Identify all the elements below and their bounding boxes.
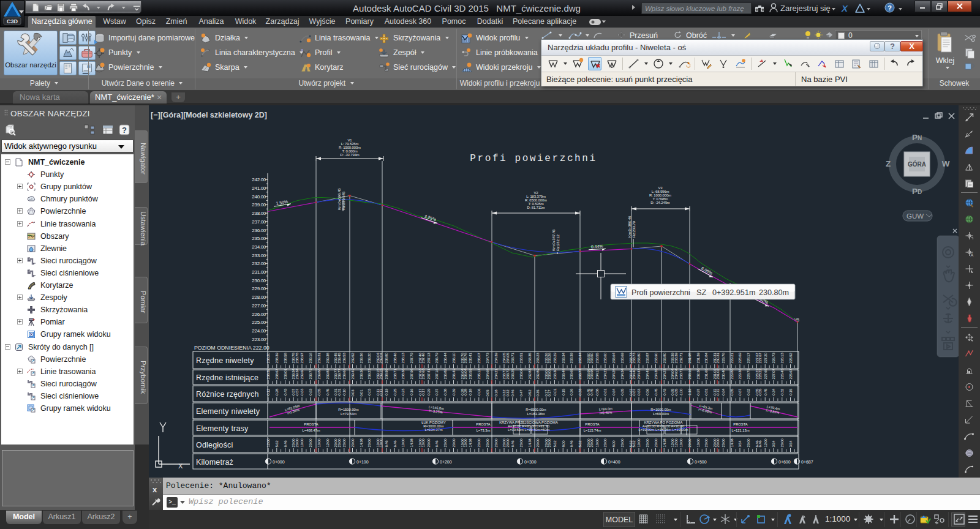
svg-text:0+600: 0+600 <box>778 460 791 464</box>
svg-text:-0.63: -0.63 <box>300 388 304 396</box>
svg-text:-0.63: -0.63 <box>636 388 641 396</box>
svg-text:226.13: 226.13 <box>780 353 784 364</box>
svg-text:PD: PD <box>912 187 922 196</box>
svg-text:238.97: 238.97 <box>300 353 304 364</box>
svg-text:233.26: 233.26 <box>547 353 551 364</box>
svg-text:20.00: 20.00 <box>337 438 341 448</box>
svg-text:12.00: 12.00 <box>266 438 270 448</box>
svg-text:ŁUK POZIOMY: ŁUK POZIOMY <box>421 421 446 424</box>
svg-text:Rzędne istniejące: Rzędne istniejące <box>196 373 258 382</box>
svg-text:20.00: 20.00 <box>704 438 708 448</box>
svg-text:237.13: 237.13 <box>426 353 431 364</box>
svg-text:239.36: 239.36 <box>359 353 363 364</box>
svg-text:20.00: 20.00 <box>519 438 523 448</box>
svg-text:239.45: 239.45 <box>337 353 341 364</box>
svg-text:-0.26: -0.26 <box>569 388 573 396</box>
svg-text:20.00: 20.00 <box>494 438 498 448</box>
svg-text:240.00: 240.00 <box>252 194 266 200</box>
svg-text:233.71: 233.71 <box>510 353 514 364</box>
svg-text:234.73: 234.73 <box>485 353 489 364</box>
svg-text:Kilometraż: Kilometraż <box>196 458 233 467</box>
svg-text:235.14: 235.14 <box>477 369 481 380</box>
svg-text:i=0.45%: i=0.45% <box>600 410 612 415</box>
svg-text:R=1500.00m: R=1500.00m <box>338 408 359 411</box>
svg-text:239.01: 239.01 <box>283 369 287 380</box>
svg-text:238.00: 238.00 <box>252 211 266 216</box>
svg-text:234.21: 234.21 <box>603 369 607 380</box>
svg-text:Elementy niwelety: Elementy niwelety <box>196 407 260 416</box>
svg-text:R=6500.00m: R=6500.00m <box>526 408 546 411</box>
svg-text:20.00: 20.00 <box>477 438 481 448</box>
svg-text:T: 0.000m: T: 0.000m <box>342 149 358 153</box>
svg-text:GUW: GUW <box>907 212 924 220</box>
svg-text:229.36: 229.36 <box>737 369 742 380</box>
svg-text:233.44: 233.44 <box>578 353 582 364</box>
svg-text:0.52: 0.52 <box>527 389 532 397</box>
svg-text:238.67: 238.67 <box>274 369 279 380</box>
svg-text:237.16: 237.16 <box>434 369 439 380</box>
svg-text:237.79: 237.79 <box>409 353 413 364</box>
svg-text:-0.31: -0.31 <box>337 388 341 396</box>
svg-text:234.40: 234.40 <box>631 369 636 380</box>
svg-text:231.02: 231.02 <box>715 369 720 380</box>
svg-text:6.46: 6.46 <box>393 440 397 448</box>
svg-text:239.16: 239.16 <box>308 353 312 364</box>
svg-text:Km:0+347.46: Km:0+347.46 <box>551 229 556 251</box>
svg-text:0.32: 0.32 <box>505 389 510 397</box>
svg-text:12.00: 12.00 <box>674 438 678 448</box>
svg-text:238.71: 238.71 <box>393 369 397 380</box>
svg-text:14.38: 14.38 <box>359 438 363 448</box>
svg-text:20.00: 20.00 <box>654 438 658 448</box>
svg-text:-0.10: -0.10 <box>342 388 346 396</box>
svg-text:-0.25: -0.25 <box>393 388 397 396</box>
svg-text:233.71: 233.71 <box>679 369 683 380</box>
svg-text:-0.39: -0.39 <box>451 388 456 396</box>
svg-text:236.79: 236.79 <box>434 353 439 364</box>
svg-text:5.62: 5.62 <box>552 440 557 448</box>
svg-text:229.76: 229.76 <box>721 353 725 364</box>
svg-text:L=73.3m: L=73.3m <box>477 429 491 432</box>
svg-text:233.72: 233.72 <box>505 369 510 380</box>
svg-text:L: 68.996m: L: 68.996m <box>652 190 669 193</box>
svg-text:229.00: 229.00 <box>252 286 266 291</box>
svg-text:L=121.13m: L=121.13m <box>731 429 749 432</box>
svg-text:235.59: 235.59 <box>468 369 472 380</box>
svg-text:238.58: 238.58 <box>283 353 287 364</box>
svg-text:233.04: 233.04 <box>519 369 523 380</box>
svg-text:20.00: 20.00 <box>535 438 540 448</box>
svg-text:0.35: 0.35 <box>535 389 540 397</box>
svg-text:14.38: 14.38 <box>527 438 532 448</box>
svg-text:235.00: 235.00 <box>252 236 266 241</box>
svg-text:241.00: 241.00 <box>252 186 266 191</box>
svg-text:233.23: 233.23 <box>535 353 540 364</box>
svg-text:0.05: 0.05 <box>485 389 489 397</box>
svg-text:V3: V3 <box>658 186 663 190</box>
svg-text:238.32: 238.32 <box>266 369 270 380</box>
svg-text:236.04: 236.04 <box>463 369 467 380</box>
svg-text:228.69: 228.69 <box>737 353 742 364</box>
svg-text:20.00: 20.00 <box>780 438 784 448</box>
svg-text:-0.28: -0.28 <box>463 388 467 396</box>
svg-text:-0.81: -0.81 <box>704 388 708 396</box>
svg-text:233.87: 233.87 <box>645 353 649 364</box>
svg-text:L=408.47m: L=408.47m <box>302 429 320 432</box>
svg-text:6.46: 6.46 <box>384 440 388 448</box>
svg-text:Profi powierzchni: Profi powierzchni <box>470 153 597 164</box>
svg-text:239.36: 239.36 <box>359 369 363 380</box>
svg-text:-0.16: -0.16 <box>409 388 413 396</box>
svg-text:239.15: 239.15 <box>379 369 383 380</box>
svg-text:14.38: 14.38 <box>468 438 472 448</box>
svg-text:-0.45: -0.45 <box>589 388 594 396</box>
svg-text:227.00: 227.00 <box>252 303 266 309</box>
svg-text:-0.63: -0.63 <box>308 388 312 396</box>
svg-text:234.43: 234.43 <box>636 369 641 380</box>
svg-text:T: 0.535m: T: 0.535m <box>529 202 544 206</box>
svg-text:-0.45: -0.45 <box>325 388 330 396</box>
svg-text:-0.57: -0.57 <box>295 388 299 396</box>
svg-text:239.83: 239.83 <box>325 369 330 380</box>
svg-text:233.95: 233.95 <box>589 369 594 380</box>
svg-text:231.00: 231.00 <box>252 269 266 275</box>
svg-text:230.84: 230.84 <box>704 353 708 364</box>
svg-text:10.00: 10.00 <box>595 438 599 448</box>
svg-text:6.46: 6.46 <box>569 440 573 448</box>
